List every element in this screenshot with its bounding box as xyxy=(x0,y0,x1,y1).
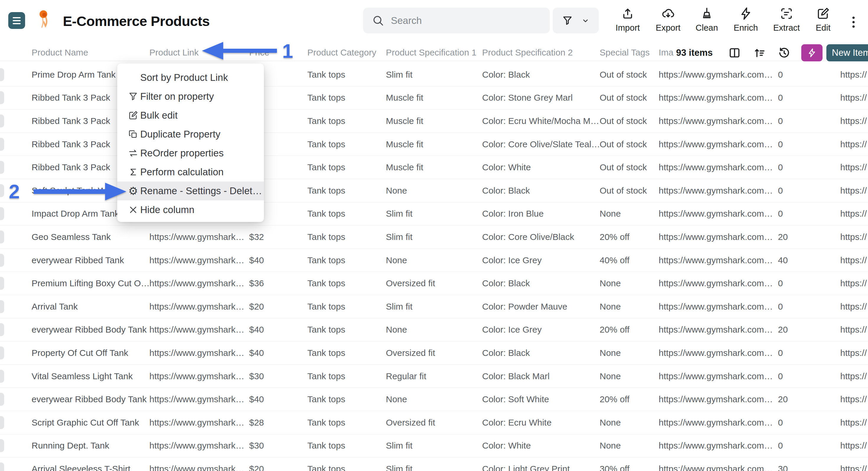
row-select-handle[interactable] xyxy=(0,63,32,86)
cell-image[interactable]: https://www.gymshark.com… xyxy=(659,371,778,381)
table-row[interactable]: Arrival Sleeveless T-Shirthttps://www.gy… xyxy=(0,458,868,471)
cell-spec2[interactable]: Color: Ecru White/Mocha M… xyxy=(482,116,600,126)
cell-extra[interactable]: https:// xyxy=(840,441,868,451)
cell-tags[interactable]: 30% off xyxy=(600,464,659,471)
chevron-down-icon[interactable] xyxy=(581,16,590,25)
column-header-product-spec-1[interactable]: Product Specification 1 xyxy=(386,44,482,61)
table-row[interactable]: Geo Seamless Tankhttps://www.gymshark…$3… xyxy=(0,225,868,249)
cell-count[interactable]: 0 xyxy=(778,417,840,428)
cell-spec1[interactable]: Slim fit xyxy=(386,232,482,242)
import-button[interactable]: Import xyxy=(609,4,646,41)
cell-count[interactable]: 0 xyxy=(778,70,840,80)
menu-item-perform-calculation[interactable]: Perform calculation xyxy=(117,163,264,182)
cell-link[interactable]: https://www.gymshark… xyxy=(149,464,249,471)
column-header-product-name[interactable]: Product Name xyxy=(32,44,149,61)
cell-extra[interactable]: https:// xyxy=(840,255,868,265)
cell-tags[interactable]: 40% off xyxy=(600,255,659,265)
cell-spec1[interactable]: Oversized fit xyxy=(386,278,482,288)
cell-spec2[interactable]: Color: Black Marl xyxy=(482,371,600,381)
cell-spec2[interactable]: Color: Core Olive/Black xyxy=(482,232,600,242)
cell-tags[interactable]: None xyxy=(600,348,659,358)
cell-name[interactable]: Vital Seamless Light Tank xyxy=(32,371,149,381)
cell-image[interactable]: https://www.gymshark.com… xyxy=(659,417,778,428)
cell-extra[interactable]: https:// xyxy=(840,162,868,172)
cell-count[interactable]: 0 xyxy=(778,209,840,219)
row-select-handle[interactable] xyxy=(0,318,32,341)
table-row[interactable]: everywear Ribbed Body Tankhttps://www.gy… xyxy=(0,388,868,411)
cell-count[interactable]: 0 xyxy=(778,186,840,196)
cell-count[interactable]: 20 xyxy=(778,325,840,335)
cell-category[interactable]: Tank tops xyxy=(307,394,386,404)
cell-link[interactable]: https://www.gymshark… xyxy=(149,232,249,242)
cell-extra[interactable]: https:// xyxy=(840,139,868,149)
cell-image[interactable]: https://www.gymshark.com… xyxy=(659,255,778,265)
cell-image[interactable]: https://www.gymshark.com… xyxy=(659,464,778,471)
row-select-handle[interactable] xyxy=(0,87,32,109)
cell-count[interactable]: 0 xyxy=(778,371,840,381)
cell-image[interactable]: https://www.gymshark.com… xyxy=(659,162,778,172)
new-item-button[interactable]: New Item xyxy=(826,44,868,61)
row-select-handle[interactable] xyxy=(0,202,32,225)
cell-category[interactable]: Tank tops xyxy=(307,255,386,265)
split-view-button[interactable] xyxy=(727,45,742,61)
cell-tags[interactable]: None xyxy=(600,302,659,312)
cell-tags[interactable]: 20% off xyxy=(600,232,659,242)
cell-tags[interactable]: None xyxy=(600,417,659,428)
row-select-handle[interactable] xyxy=(0,341,32,365)
row-select-handle[interactable] xyxy=(0,272,32,295)
cell-image[interactable]: https://www.gymshark.com… xyxy=(659,209,778,219)
cell-tags[interactable]: Out of stock xyxy=(600,186,659,196)
table-row[interactable]: Premium Lifting Boxy Cut O…https://www.g… xyxy=(0,272,868,295)
cell-spec1[interactable]: Slim fit xyxy=(386,464,482,471)
cell-price[interactable]: $36 xyxy=(249,278,307,288)
table-row[interactable]: Property Of Cut Off Tankhttps://www.gyms… xyxy=(0,341,868,365)
cell-name[interactable]: Script Graphic Cut Off Tank xyxy=(32,417,149,428)
cell-name[interactable]: Premium Lifting Boxy Cut O… xyxy=(32,278,149,288)
row-select-handle[interactable] xyxy=(0,249,32,272)
cell-extra[interactable]: https:// xyxy=(840,186,868,196)
cell-spec2[interactable]: Color: Soft White xyxy=(482,394,600,404)
cell-image[interactable]: https://www.gymshark.com… xyxy=(659,232,778,242)
cell-category[interactable]: Tank tops xyxy=(307,116,386,126)
cell-price[interactable]: $20 xyxy=(249,464,307,471)
cell-spec2[interactable]: Color: Ecru White xyxy=(482,417,600,428)
cell-name[interactable]: Arrival Tank xyxy=(32,302,149,312)
cell-spec2[interactable]: Color: Powder Mauve xyxy=(482,302,600,312)
cell-spec1[interactable]: Oversized fit xyxy=(386,348,482,358)
menu-item-bulk-edit[interactable]: Bulk edit xyxy=(117,106,264,125)
cell-tags[interactable]: 20% off xyxy=(600,394,659,404)
cell-name[interactable]: everywear Ribbed Tank xyxy=(32,255,149,265)
cell-count[interactable]: 20 xyxy=(778,394,840,404)
cell-count[interactable]: 0 xyxy=(778,116,840,126)
menu-item-rename-settings-delete[interactable]: ⚙ Rename - Settings - Delet… xyxy=(117,182,264,200)
cell-tags[interactable]: None xyxy=(600,209,659,219)
cell-name[interactable]: everywear Ribbed Body Tank xyxy=(32,394,149,404)
cell-tags[interactable]: Out of stock xyxy=(600,116,659,126)
column-header-product-spec-2[interactable]: Product Specification 2 xyxy=(482,44,600,61)
cell-count[interactable]: 0 xyxy=(778,162,840,172)
cell-category[interactable]: Tank tops xyxy=(307,464,386,471)
cell-tags[interactable]: Out of stock xyxy=(600,139,659,149)
cell-spec2[interactable]: Color: Ice Grey xyxy=(482,325,600,335)
cell-name[interactable]: everywear Ribbed Body Tank xyxy=(32,325,149,335)
cell-extra[interactable]: https:// xyxy=(840,278,868,288)
cell-spec1[interactable]: None xyxy=(386,186,482,196)
cell-tags[interactable]: None xyxy=(600,278,659,288)
row-select-handle[interactable] xyxy=(0,295,32,318)
menu-item-sort-by-product-link[interactable]: Sort by Product Link xyxy=(117,68,264,87)
cell-image[interactable]: https://www.gymshark.com… xyxy=(659,139,778,149)
enrich-button[interactable]: Enrich xyxy=(727,4,764,41)
cell-image[interactable]: https://www.gymshark.com… xyxy=(659,325,778,335)
table-row[interactable]: everywear Ribbed Body Tankhttps://www.gy… xyxy=(0,318,868,342)
cell-category[interactable]: Tank tops xyxy=(307,70,386,80)
cell-category[interactable]: Tank tops xyxy=(307,232,386,242)
cell-spec2[interactable]: Color: Core Olive/Slate Teal… xyxy=(482,139,600,149)
filter-control[interactable] xyxy=(553,8,599,33)
cell-name[interactable]: Property Of Cut Off Tank xyxy=(32,348,149,358)
cell-extra[interactable]: https:// xyxy=(840,417,868,428)
cell-image[interactable]: https://www.gymshark.com… xyxy=(659,116,778,126)
cell-spec2[interactable]: Color: Black xyxy=(482,70,600,80)
clean-button[interactable]: Clean xyxy=(688,4,725,41)
cell-count[interactable]: 30 xyxy=(778,464,840,471)
search-input[interactable]: Search xyxy=(363,8,550,33)
